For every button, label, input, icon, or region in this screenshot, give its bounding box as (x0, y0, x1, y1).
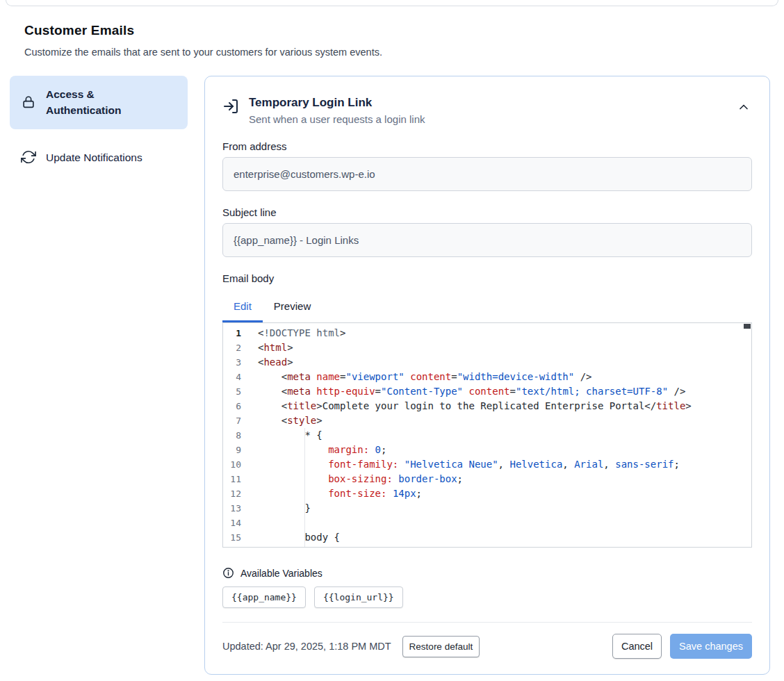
code-line-content: margin: 0; (241, 443, 386, 457)
sidebar-item-label: Update Notifications (46, 149, 142, 165)
code-line-9: 9 margin: 0; (223, 443, 751, 457)
code-line-3: 3<head> (223, 355, 751, 370)
main-layout: Access & Authentication Update Notificat… (10, 76, 770, 675)
subject-line-input[interactable] (222, 223, 752, 257)
email-body-label: Email body (222, 272, 752, 284)
previous-card-bottom-edge (6, 0, 778, 6)
line-number: 13 (223, 501, 241, 516)
code-line-content: <head> (241, 355, 293, 370)
line-number: 15 (223, 530, 241, 545)
code-line-11: 11 box-sizing: border-box; (223, 472, 751, 486)
code-line-content: * { (241, 428, 322, 443)
code-line-15: 15 body { (223, 530, 751, 545)
variable-chips: {{app_name}} {{login_url}} (222, 586, 752, 608)
code-line-4: 4 <meta name="viewport" content="width=d… (223, 370, 751, 384)
code-line-10: 10 font-family: "Helvetica Neue", Helvet… (223, 457, 751, 472)
line-number: 3 (223, 355, 241, 370)
code-line-5: 5 <meta http-equiv="Content-Type" conten… (223, 384, 751, 399)
code-line-13: 13 } (223, 501, 751, 516)
code-line-content: <title>Complete your login to the Replic… (241, 399, 692, 413)
code-line-6: 6 <title>Complete your login to the Repl… (223, 399, 751, 413)
line-number: 5 (223, 384, 241, 399)
info-icon (222, 567, 234, 579)
line-number: 2 (223, 340, 241, 355)
tab-edit[interactable]: Edit (222, 293, 263, 322)
login-icon (222, 98, 239, 115)
variable-chip-login-url[interactable]: {{login_url}} (314, 586, 403, 608)
available-variables-row: Available Variables (222, 567, 752, 579)
editor-tabs: Edit Preview (222, 293, 752, 322)
code-line-16: 16 background-color: #f8f8f8; (223, 545, 751, 548)
code-line-1: 1<!DOCTYPE html> (223, 326, 751, 340)
cancel-button[interactable]: Cancel (612, 634, 662, 659)
code-line-content: <!DOCTYPE html> (241, 326, 345, 340)
code-line-content: <html> (241, 340, 293, 355)
code-line-7: 7 <style> (223, 413, 751, 428)
code-line-content: <style> (241, 413, 322, 428)
indent-guide (304, 428, 305, 547)
code-line-12: 12 font-size: 14px; (223, 486, 751, 501)
sidebar-item-label: Access & Authentication (46, 86, 138, 119)
code-line-content: } (241, 501, 311, 516)
lock-icon (21, 95, 36, 110)
code-line-content: background-color: #f8f8f8; (241, 545, 480, 548)
line-number: 7 (223, 413, 241, 428)
line-number: 16 (223, 545, 241, 548)
line-number: 11 (223, 472, 241, 486)
panel-title: Temporary Login Link (249, 96, 726, 110)
line-number: 9 (223, 443, 241, 457)
restore-default-button[interactable]: Restore default (402, 636, 480, 657)
line-number: 8 (223, 428, 241, 443)
refresh-icon (21, 149, 36, 165)
panel-footer: Updated: Apr 29, 2025, 1:18 PM MDT Resto… (222, 622, 752, 659)
code-editor[interactable]: 1<!DOCTYPE html>2<html>3<head>4 <meta na… (222, 322, 752, 548)
updated-timestamp: Updated: Apr 29, 2025, 1:18 PM MDT (222, 641, 391, 652)
code-line-14: 14 (223, 516, 751, 530)
line-number: 14 (223, 516, 241, 530)
code-lines: 1<!DOCTYPE html>2<html>3<head>4 <meta na… (223, 326, 751, 548)
line-number: 10 (223, 457, 241, 472)
line-number: 1 (223, 326, 241, 340)
email-settings-panel: Temporary Login Link Sent when a user re… (204, 76, 770, 675)
page-header: Customer Emails Customize the emails tha… (24, 23, 760, 58)
tab-preview[interactable]: Preview (263, 293, 322, 322)
code-line-content: body { (241, 530, 340, 545)
code-line-2: 2<html> (223, 340, 751, 355)
available-variables-label: Available Variables (240, 568, 322, 579)
code-line-content (241, 516, 258, 530)
editor-scrollbar-thumb[interactable] (744, 324, 751, 329)
from-address-label: From address (222, 140, 752, 152)
chevron-up-icon (737, 100, 751, 114)
panel-header-text: Temporary Login Link Sent when a user re… (249, 96, 726, 125)
line-number: 4 (223, 370, 241, 384)
sidebar-item-access-authentication[interactable]: Access & Authentication (10, 76, 188, 129)
line-number: 12 (223, 486, 241, 501)
code-line-content: box-sizing: border-box; (241, 472, 463, 486)
save-changes-button[interactable]: Save changes (670, 634, 752, 659)
panel-subtitle: Sent when a user requests a login link (249, 113, 726, 125)
variable-chip-app-name[interactable]: {{app_name}} (222, 586, 306, 608)
from-address-input[interactable] (222, 157, 752, 191)
subject-line-label: Subject line (222, 206, 752, 218)
sidebar-item-update-notifications[interactable]: Update Notifications (10, 139, 188, 176)
code-line-content: font-family: "Helvetica Neue", Helvetica… (241, 457, 680, 472)
collapse-panel-button[interactable] (735, 99, 752, 115)
page-title: Customer Emails (24, 23, 760, 38)
code-line-content: <meta http-equiv="Content-Type" content=… (241, 384, 685, 399)
code-line-content: <meta name="viewport" content="width=dev… (241, 370, 592, 384)
page-subtitle: Customize the emails that are sent to yo… (24, 47, 760, 58)
line-number: 6 (223, 399, 241, 413)
email-types-sidebar: Access & Authentication Update Notificat… (10, 76, 188, 176)
panel-header: Temporary Login Link Sent when a user re… (222, 96, 752, 125)
code-line-content: font-size: 14px; (241, 486, 422, 501)
code-line-8: 8 * { (223, 428, 751, 443)
